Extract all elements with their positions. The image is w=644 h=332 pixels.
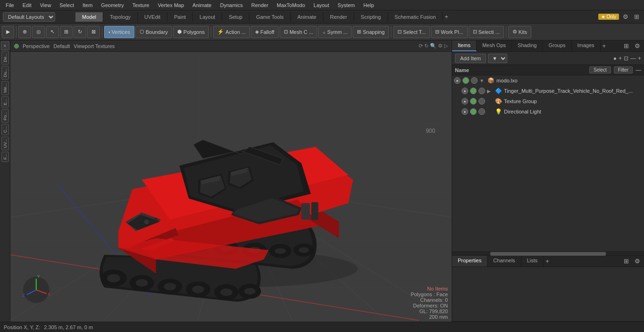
sidebar-tab-0[interactable]: De... — [1, 51, 9, 65]
boundary-button[interactable]: ⬡ Boundary — [135, 26, 172, 38]
props-expand-button[interactable]: ⊞ — [622, 257, 631, 266]
symmetry-button[interactable]: ⬦ Symm ... — [318, 26, 352, 38]
action-button[interactable]: ⚡ Action ... — [213, 26, 250, 38]
layout-tab-scripting[interactable]: Scripting — [354, 12, 388, 22]
items-icon-3[interactable]: ⊡ — [624, 55, 628, 62]
viewport[interactable]: Perspective Default Viewport Textures ⟳ … — [10, 40, 452, 322]
work-plane-button[interactable]: ⊟ Work Pl... — [431, 26, 467, 38]
scale-button[interactable]: ⊠ — [87, 26, 100, 38]
items-minus-button[interactable]: — — [636, 67, 641, 73]
panel-settings-button[interactable]: ⚙ — [633, 41, 642, 50]
panel-expand-button[interactable]: ⊞ — [622, 41, 631, 50]
menu-item[interactable]: Item — [79, 1, 96, 9]
tab-mesh-ops[interactable]: Mesh Ops — [477, 40, 512, 51]
items-expand-button[interactable]: + — [638, 55, 641, 62]
layout-tab-setup[interactable]: Setup — [222, 12, 249, 22]
add-item-button[interactable]: Add Item — [455, 54, 486, 63]
viewport-canvas[interactable]: 900 X Y Z No Items — [10, 52, 452, 322]
sidebar-tab-1[interactable]: Du... — [1, 66, 9, 80]
layout-tab-model[interactable]: Model — [75, 12, 103, 22]
layout-tab-layout[interactable]: Layout — [193, 12, 222, 22]
sidebar-tab-2[interactable]: Me... — [1, 81, 9, 95]
selection-button[interactable]: ⊡ Selecti ... — [469, 26, 504, 38]
add-props-tab-button[interactable]: + — [544, 256, 551, 267]
select-mode-button[interactable]: ◎ — [32, 26, 45, 38]
menu-select[interactable]: Select — [56, 1, 78, 9]
items-collapse-button[interactable]: — — [630, 55, 636, 62]
items-icon-1[interactable]: ● — [613, 55, 617, 62]
item-vis-3-2[interactable] — [479, 98, 485, 105]
menu-maxtomodo[interactable]: MaxToModo — [273, 1, 309, 9]
menu-layout[interactable]: Layout — [310, 1, 333, 9]
transform-button[interactable]: ⊞ — [60, 26, 73, 38]
menu-view[interactable]: View — [36, 1, 55, 9]
add-panel-tab-button[interactable]: + — [601, 40, 608, 51]
layout-tab-game-tools[interactable]: Game Tools — [249, 12, 291, 22]
layout-tab-schematic[interactable]: Schematic Fusion — [388, 12, 443, 22]
tab-images[interactable]: Images — [572, 40, 601, 51]
kits-button[interactable]: ⚙ Kits — [508, 26, 531, 38]
viewport-textures[interactable]: Viewport Textures — [74, 43, 115, 49]
props-settings-button[interactable]: ⚙ — [633, 257, 642, 266]
select-tool-button[interactable]: ⊡ Select T... — [393, 26, 430, 38]
items-select-button[interactable]: Select — [589, 66, 611, 73]
play-button[interactable]: ▶ — [2, 26, 14, 38]
item-visibility-3[interactable]: ● — [462, 108, 468, 115]
mesh-button[interactable]: ⊡ Mesh C ... — [280, 26, 317, 38]
item-expand-1[interactable]: ▶ — [487, 89, 493, 94]
item-vis-2-0[interactable] — [462, 77, 469, 84]
sidebar-tab-7[interactable]: F... — [1, 152, 9, 162]
add-item-type-dropdown[interactable]: ▼ — [488, 54, 507, 63]
layout-tab-animate[interactable]: Animate — [291, 12, 323, 22]
sidebar-toggle[interactable]: ≡ — [1, 41, 9, 50]
item-vis-3-0[interactable] — [471, 77, 478, 84]
item-visibility-1[interactable]: ● — [462, 88, 468, 94]
layout-tab-paint[interactable]: Paint — [167, 12, 193, 22]
item-visibility-2[interactable]: ● — [462, 98, 468, 105]
sidebar-tab-4[interactable]: Po... — [1, 109, 9, 123]
item-expand-0[interactable]: ▼ — [479, 78, 485, 83]
viewport-default[interactable]: Default — [53, 43, 70, 49]
tab-properties[interactable]: Properties — [452, 256, 487, 267]
tab-lists[interactable]: Lists — [521, 256, 544, 267]
viewport-perspective[interactable]: Perspective — [23, 43, 50, 49]
sidebar-tab-6[interactable]: UV... — [1, 137, 9, 150]
item-row-modo[interactable]: ● ▼ 📦 modo.lxo — [452, 75, 644, 86]
arrow-tool-button[interactable]: ↖ — [46, 26, 59, 38]
item-vis-2-2[interactable] — [470, 98, 477, 105]
vertices-button[interactable]: • Vertices — [104, 26, 134, 38]
menu-edit[interactable]: Edit — [19, 1, 35, 9]
item-vis-2-1[interactable] — [470, 88, 477, 94]
menu-system[interactable]: System — [334, 1, 359, 9]
snapping-button[interactable]: ⊞ Snapping — [353, 26, 389, 38]
item-row-light[interactable]: ● 💡 Directional Light — [452, 106, 644, 117]
layout-maximize-button[interactable]: ⊞ — [632, 12, 641, 21]
menu-vertex-map[interactable]: Vertex Map — [154, 1, 188, 9]
menu-file[interactable]: File — [2, 1, 18, 9]
layout-tab-uvedit[interactable]: UVEdit — [138, 12, 167, 22]
item-vis-2-3[interactable] — [470, 108, 477, 115]
add-layout-button[interactable]: + — [443, 12, 450, 22]
tab-items[interactable]: Items — [452, 40, 477, 51]
sidebar-tab-5[interactable]: C... — [1, 124, 9, 135]
rotate-button[interactable]: ↻ — [74, 26, 86, 38]
layout-dropdown[interactable]: Default Layouts — [3, 12, 55, 22]
polygons-button[interactable]: ⬢ Polygons — [173, 26, 209, 38]
menu-geometry[interactable]: Geometry — [97, 1, 127, 9]
sidebar-tab-3[interactable]: E... — [1, 97, 9, 108]
layout-tab-topology[interactable]: Topology — [103, 12, 138, 22]
menu-texture[interactable]: Texture — [129, 1, 153, 9]
items-icon-2[interactable]: + — [619, 55, 622, 62]
layout-settings-button[interactable]: ⚙ — [621, 12, 630, 21]
tab-groups[interactable]: Groups — [543, 40, 571, 51]
layout-tab-render[interactable]: Render — [323, 12, 354, 22]
viewport-indicator[interactable] — [14, 44, 19, 49]
tab-channels[interactable]: Channels — [487, 256, 521, 267]
item-visibility-0[interactable]: ● — [454, 77, 461, 84]
falloff-button[interactable]: ◈ Falloff — [251, 26, 279, 38]
menu-animate[interactable]: Animate — [189, 1, 215, 9]
menu-dynamics[interactable]: Dynamics — [216, 1, 247, 9]
tab-shading[interactable]: Shading — [512, 40, 543, 51]
item-row-vehicle[interactable]: ● ▶ 🔷 Tinger_Multi_Purpose_Track_Vehicle… — [452, 86, 644, 96]
world-space-button[interactable]: ⊕ — [18, 26, 31, 38]
